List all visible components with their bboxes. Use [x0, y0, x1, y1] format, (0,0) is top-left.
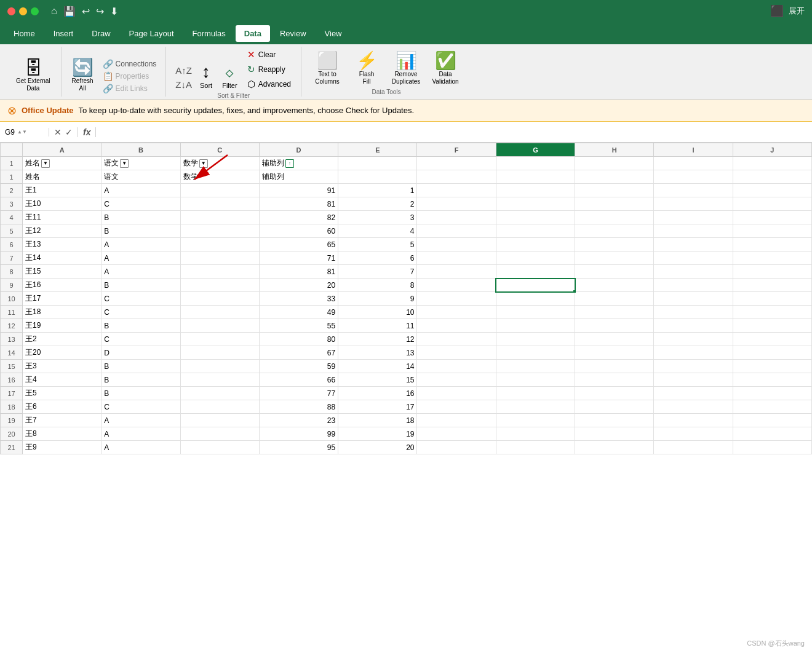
cell-i6[interactable] [654, 238, 733, 251]
filter-drop-a1[interactable]: ▼ [41, 159, 50, 168]
cell-a4[interactable]: 王11 [23, 211, 102, 224]
cell-b8[interactable]: A [102, 265, 180, 279]
cell-g1[interactable] [496, 157, 575, 170]
cell-j19[interactable] [733, 414, 811, 427]
cell-f6[interactable] [417, 238, 496, 251]
cell-b7[interactable]: A [102, 251, 180, 265]
cell-g11[interactable] [496, 306, 575, 319]
cell-h14[interactable] [575, 346, 654, 360]
expand-icon[interactable]: ⬛ [770, 4, 784, 18]
cell-a7[interactable]: 王14 [23, 251, 102, 265]
text-to-columns-button[interactable]: ⬜ Text toColumns [309, 49, 346, 87]
cell-f8[interactable] [417, 265, 496, 279]
cell-i13[interactable] [654, 333, 733, 346]
cell-a20[interactable]: 王8 [23, 427, 102, 441]
cell-f9[interactable] [417, 279, 496, 292]
cell-g20[interactable] [496, 427, 575, 441]
sort-az-button[interactable]: A↑Z [173, 64, 194, 77]
cell-j16[interactable] [733, 373, 811, 387]
cell-c2[interactable] [180, 184, 259, 197]
cell-a12[interactable]: 王19 [23, 319, 102, 333]
col-header-j[interactable]: J [733, 143, 811, 157]
cell-g14[interactable] [496, 346, 575, 360]
filter-drop-d1[interactable]: ↑ [285, 159, 294, 168]
cell-c19[interactable] [180, 414, 259, 427]
menu-review[interactable]: Review [271, 25, 315, 42]
cell-b5[interactable]: B [102, 224, 180, 238]
cell-f11[interactable] [417, 306, 496, 319]
dropdown-icon[interactable]: ⬇ [110, 6, 118, 17]
cell-b16[interactable]: B [102, 373, 180, 387]
cell-j18[interactable] [733, 400, 811, 414]
cell-i2[interactable] [654, 184, 733, 197]
cell-f19[interactable] [417, 414, 496, 427]
cell-h3[interactable] [575, 197, 654, 211]
cell-d4[interactable]: 82 [259, 211, 338, 224]
cell-c16[interactable] [180, 373, 259, 387]
cell-h13[interactable] [575, 333, 654, 346]
cell-i11[interactable] [654, 306, 733, 319]
cell-a18[interactable]: 王6 [23, 400, 102, 414]
cell-c13[interactable] [180, 333, 259, 346]
cell-f14[interactable] [417, 346, 496, 360]
cell-d1[interactable]: 辅助列 ↑ [259, 157, 338, 170]
cell-i16[interactable] [654, 373, 733, 387]
cell-f20[interactable] [417, 427, 496, 441]
cell-b21[interactable]: A [102, 441, 180, 454]
cell-j1[interactable] [733, 170, 811, 184]
menu-draw[interactable]: Draw [83, 25, 119, 42]
cell-reference-box[interactable]: G9 ▲▼ [0, 128, 49, 137]
cell-j15[interactable] [733, 360, 811, 373]
cell-h15[interactable] [575, 360, 654, 373]
cell-j8[interactable] [733, 265, 811, 279]
cell-e11[interactable]: 10 [338, 306, 417, 319]
cell-e3[interactable]: 2 [338, 197, 417, 211]
cell-j9[interactable] [733, 279, 811, 292]
cell-d21[interactable]: 95 [259, 441, 338, 454]
filter-button[interactable]: ⬦ Filter [218, 59, 241, 91]
col-header-c[interactable]: C [180, 143, 259, 157]
cell-g8[interactable] [496, 265, 575, 279]
cell-h18[interactable] [575, 400, 654, 414]
cell-a5[interactable]: 王12 [23, 224, 102, 238]
menu-home[interactable]: Home [5, 25, 44, 42]
cell-a2[interactable]: 王1 [23, 184, 102, 197]
cell-e15[interactable]: 14 [338, 360, 417, 373]
cell-i21[interactable] [654, 441, 733, 454]
col-header-i[interactable]: I [654, 143, 733, 157]
cell-c14[interactable] [180, 346, 259, 360]
cell-c10[interactable] [180, 292, 259, 306]
refresh-all-button[interactable]: 🔄 RefreshAll [70, 55, 96, 94]
cell-i19[interactable] [654, 414, 733, 427]
cell-i7[interactable] [654, 251, 733, 265]
cell-h6[interactable] [575, 238, 654, 251]
cell-f5[interactable] [417, 224, 496, 238]
data-validation-button[interactable]: ✅ DataValidation [427, 49, 464, 87]
cell-g15[interactable] [496, 360, 575, 373]
cell-e5[interactable]: 4 [338, 224, 417, 238]
fill-handle[interactable] [573, 290, 575, 292]
cell-a14[interactable]: 王20 [23, 346, 102, 360]
get-external-data-button[interactable]: 🗄 Get ExternalData [12, 57, 54, 94]
cell-a13[interactable]: 王2 [23, 333, 102, 346]
cell-d2[interactable]: 91 [259, 184, 338, 197]
cell-e19[interactable]: 18 [338, 414, 417, 427]
cell-e1[interactable] [338, 170, 417, 184]
cell-d6[interactable]: 65 [259, 238, 338, 251]
cell-c4[interactable] [180, 211, 259, 224]
filter-drop-c1[interactable]: ▼ [199, 159, 208, 168]
cell-i12[interactable] [654, 319, 733, 333]
cell-d12[interactable]: 55 [259, 319, 338, 333]
cell-d13[interactable]: 80 [259, 333, 338, 346]
cell-b20[interactable]: A [102, 427, 180, 441]
cell-c17[interactable] [180, 387, 259, 400]
cell-c9[interactable] [180, 279, 259, 292]
cell-a15[interactable]: 王3 [23, 360, 102, 373]
cell-j11[interactable] [733, 306, 811, 319]
cell-d9[interactable]: 20 [259, 279, 338, 292]
cell-i17[interactable] [654, 387, 733, 400]
cell-d7[interactable]: 71 [259, 251, 338, 265]
cell-b11[interactable]: C [102, 306, 180, 319]
cell-d8[interactable]: 81 [259, 265, 338, 279]
cell-e13[interactable]: 12 [338, 333, 417, 346]
